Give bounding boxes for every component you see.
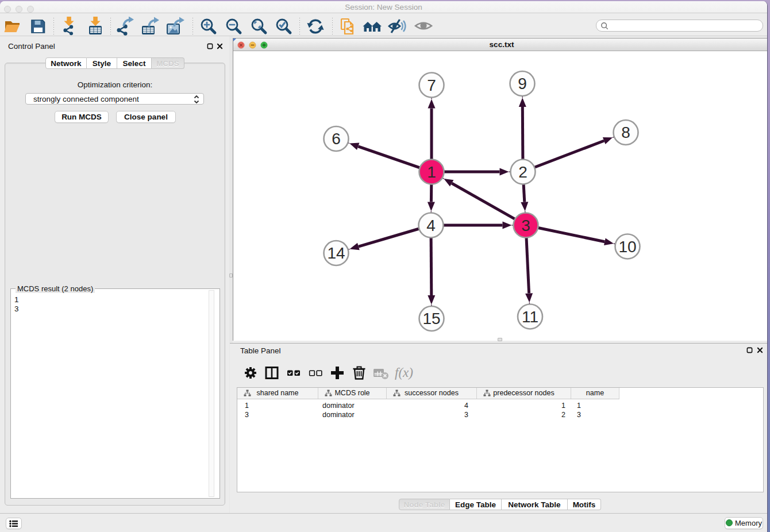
svg-text:2: 2: [518, 163, 528, 181]
svg-text:3: 3: [521, 217, 530, 234]
svg-text:8: 8: [621, 124, 630, 141]
svg-text:15: 15: [422, 310, 440, 327]
svg-text:9: 9: [518, 75, 527, 92]
svg-text:11: 11: [522, 308, 538, 326]
svg-text:10: 10: [618, 238, 636, 256]
svg-text:14: 14: [327, 244, 345, 262]
svg-text:6: 6: [332, 130, 341, 148]
svg-text:7: 7: [427, 76, 436, 94]
svg-text:1: 1: [427, 163, 436, 181]
svg-text:4: 4: [426, 217, 436, 234]
